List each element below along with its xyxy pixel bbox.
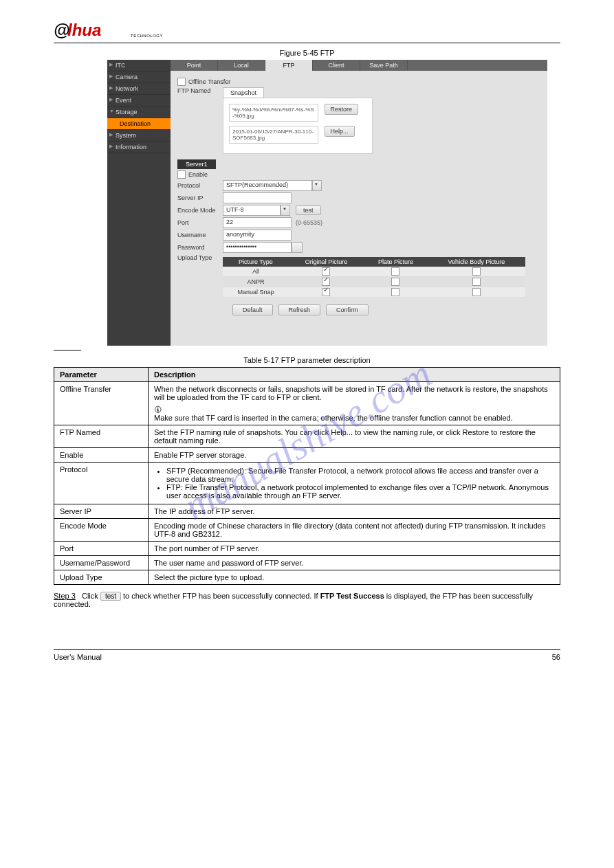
table-row: Port The port number of FTP server. — [54, 542, 560, 556]
table-row: Server IP The IP address of FTP server. — [54, 504, 560, 519]
note-icon: 🛈 — [154, 405, 162, 414]
sidebar-item-storage[interactable]: Storage — [107, 107, 171, 118]
enable-checkbox[interactable] — [177, 170, 186, 179]
ftp-named-label: FTP Named — [177, 87, 223, 94]
eye-icon[interactable] — [292, 242, 303, 253]
checkbox[interactable] — [472, 278, 481, 286]
restore-button[interactable]: Restore — [325, 104, 359, 115]
logo-tagline: TECHNOLOGY — [131, 34, 163, 38]
protocol-label: Protocol — [177, 182, 223, 189]
table-row: All — [223, 267, 525, 277]
checkbox[interactable] — [391, 267, 399, 276]
sidebar-item-itc[interactable]: ITC — [107, 60, 171, 71]
table-row: FTP Named Set the FTP naming rule of sna… — [54, 425, 560, 448]
footer-left: User's Manual — [54, 653, 102, 661]
sidebar-item-camera[interactable]: Camera — [107, 71, 171, 83]
sidebar-item-information[interactable]: Information — [107, 142, 171, 153]
checkbox[interactable] — [322, 267, 330, 276]
footer: User's Manual 56 — [54, 649, 560, 661]
table-row: Encode Mode Encoding mode of Chinese cha… — [54, 519, 560, 542]
checkbox[interactable] — [391, 278, 399, 286]
server-ip-label: Server IP — [177, 194, 223, 201]
help-button[interactable]: Help... — [325, 126, 355, 137]
sidebar-item-system[interactable]: System — [107, 130, 171, 142]
col-parameter: Parameter — [54, 368, 149, 382]
tab-ftp[interactable]: FTP — [265, 60, 313, 71]
svg-text:lhua: lhua — [67, 21, 101, 39]
encode-mode-select[interactable]: UTF-8 — [223, 205, 281, 216]
param-table: Parameter Description Offline Transfer W… — [54, 367, 560, 585]
sidebar: ITC Camera Network Event Storage Destina… — [107, 60, 171, 346]
sidebar-item-event[interactable]: Event — [107, 95, 171, 107]
naming-rule-field[interactable]: %y-%M-%d/%h/%m/%07-%s-%S-%09.jpg — [229, 104, 318, 122]
col-vehicle-body-picture: Vehicle Body Picture — [428, 257, 525, 267]
table-row: Upload Type Select the picture type to u… — [54, 570, 560, 585]
password-input[interactable]: •••••••••••••• — [223, 242, 292, 253]
port-hint: (0-65535) — [296, 219, 322, 226]
server-ip-input[interactable] — [223, 192, 292, 203]
table-row: Offline Transfer When the network discon… — [54, 382, 560, 425]
brand-logo: @ lhua TECHNOLOGY — [54, 21, 560, 43]
figure-caption: Figure 5-45 FTP — [54, 49, 560, 57]
sidebar-sub-destination[interactable]: Destination — [107, 118, 171, 130]
server1-tab[interactable]: Server1 — [177, 159, 216, 169]
naming-example-field: 2015-01-06/15/27/ANPR-30-110-SOF5683.jpg — [229, 126, 318, 144]
refresh-button[interactable]: Refresh — [278, 304, 321, 315]
table-caption: Table 5-17 FTP parameter description — [54, 356, 560, 364]
protocol-select[interactable]: SFTP(Recommended) — [223, 180, 312, 191]
footer-page: 56 — [552, 653, 560, 661]
checkbox[interactable] — [322, 278, 330, 286]
enable-label: Enable — [188, 171, 208, 178]
sidebar-item-network[interactable]: Network — [107, 83, 171, 95]
snapshot-tab[interactable]: Snapshot — [223, 87, 264, 98]
test-button[interactable]: test — [296, 205, 321, 215]
tab-point[interactable]: Point — [171, 60, 218, 71]
table-row: Username/Password The user name and pass… — [54, 556, 560, 570]
table-row: Manual Snap — [223, 287, 525, 298]
table-row: ANPR — [223, 277, 525, 287]
table-row: Protocol SFTP (Recommended): Secure File… — [54, 463, 560, 504]
col-picture-type: Picture Type — [223, 257, 289, 267]
username-label: Username — [177, 232, 223, 238]
checkbox[interactable] — [472, 288, 481, 296]
confirm-button[interactable]: Confirm — [326, 304, 369, 315]
table-row: Enable Enable FTP server storage. — [54, 448, 560, 463]
screenshot: ITC Camera Network Event Storage Destina… — [107, 60, 547, 346]
upload-type-table: Picture Type Original Picture Plate Pict… — [223, 257, 525, 298]
default-button[interactable]: Default — [232, 304, 273, 315]
test-button-inline: test — [100, 592, 121, 601]
tab-save-path[interactable]: Save Path — [360, 60, 408, 71]
username-input[interactable]: anonymity — [223, 230, 292, 241]
step-3: Step 3 Click test to check whether FTP h… — [54, 592, 560, 608]
port-input[interactable]: 22 — [223, 217, 292, 228]
password-label: Password — [177, 244, 223, 251]
encode-mode-label: Encode Mode — [177, 207, 223, 214]
checkbox[interactable] — [391, 288, 399, 296]
tab-local[interactable]: Local — [218, 60, 265, 71]
checkbox[interactable] — [322, 288, 330, 296]
col-plate-picture: Plate Picture — [364, 257, 428, 267]
snapshot-panel: %y-%M-%d/%h/%m/%07-%s-%S-%09.jpg Restore… — [223, 98, 373, 154]
checkbox[interactable] — [472, 267, 481, 276]
chevron-down-icon[interactable] — [312, 180, 322, 191]
port-label: Port — [177, 219, 223, 226]
upload-type-label: Upload Type — [177, 254, 223, 261]
col-description: Description — [149, 368, 560, 382]
offline-transfer-label: Offline Transfer — [188, 78, 230, 85]
tab-client[interactable]: Client — [313, 60, 360, 71]
chevron-down-icon[interactable] — [281, 205, 290, 216]
offline-transfer-checkbox[interactable] — [177, 78, 186, 86]
tab-bar: Point Local FTP Client Save Path — [171, 60, 547, 71]
